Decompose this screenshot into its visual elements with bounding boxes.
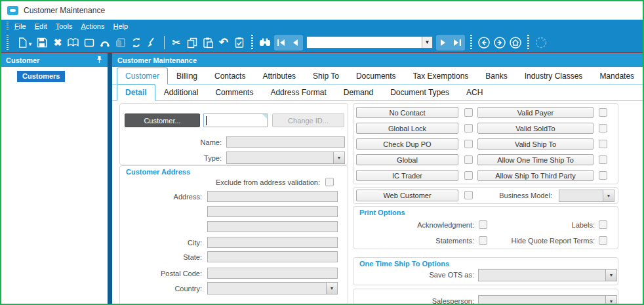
flag-checkbox[interactable] (599, 124, 607, 132)
flag-checkbox[interactable] (599, 108, 607, 117)
salesperson-label: Salesperson: (353, 297, 474, 304)
flag-checkbox[interactable] (464, 155, 473, 164)
menu-item[interactable]: Help (113, 22, 129, 30)
address-line1-field[interactable] (207, 191, 338, 202)
flag-checkbox[interactable] (464, 171, 473, 180)
tab[interactable]: Billing (168, 68, 206, 84)
state-field[interactable] (207, 251, 338, 262)
web-customer-checkbox[interactable] (464, 191, 473, 199)
subtab[interactable]: Detail (117, 84, 155, 101)
menu-item[interactable]: Edit (35, 22, 47, 30)
flag-checkbox[interactable] (464, 140, 473, 148)
salesperson-dropdown[interactable]: ▼ (478, 295, 617, 304)
flag-button[interactable]: Valid Ship To (477, 138, 594, 150)
new-dropdown-icon[interactable]: ▼ (28, 41, 33, 47)
menu-item[interactable]: File (14, 22, 26, 30)
subtab[interactable]: Document Types (382, 84, 458, 100)
copy-icon[interactable] (184, 35, 200, 51)
name-field[interactable] (226, 136, 345, 148)
flag-button[interactable]: Allow Ship To Third Party (477, 170, 594, 181)
flag-button[interactable]: IC Trader (356, 170, 458, 181)
exclude-validation-checkbox[interactable] (325, 178, 334, 186)
subtab[interactable]: ACH (458, 84, 491, 100)
phone-icon[interactable] (97, 35, 113, 51)
sync-icon[interactable] (533, 35, 549, 51)
record-search-input[interactable] (307, 37, 422, 48)
customer-lookup-button[interactable]: Customer... (125, 113, 200, 127)
nav-next-icon[interactable] (437, 35, 451, 50)
toolbar-separator (251, 35, 253, 51)
flag-button[interactable]: Global (356, 154, 458, 165)
app-icon (7, 6, 18, 15)
sidebar-item-customers[interactable]: Customers (17, 71, 65, 82)
refresh-icon[interactable] (129, 35, 144, 51)
flag-checkbox[interactable] (599, 155, 607, 164)
tab[interactable]: Ship To (304, 68, 348, 84)
menu-item[interactable]: Tools (56, 22, 73, 30)
toolbar-grip-handle[interactable] (7, 35, 9, 50)
flag-checkbox[interactable] (599, 140, 607, 148)
record-combobox[interactable]: ▼ (306, 36, 433, 49)
combobox-dropdown-icon[interactable]: ▼ (422, 37, 432, 48)
delete-icon[interactable]: ✖ (50, 35, 66, 51)
subtab[interactable]: Comments (207, 84, 262, 100)
forward-icon[interactable] (492, 35, 508, 51)
business-model-dropdown[interactable]: ▼ (559, 190, 614, 202)
flag-button[interactable]: Check Dup PO (356, 138, 458, 150)
tab[interactable]: Industry Classes (516, 68, 592, 84)
pin-icon[interactable] (96, 55, 103, 65)
flag-button[interactable]: Valid Payer (477, 107, 594, 118)
tab[interactable]: Tax Exemptions (405, 68, 477, 84)
home-icon[interactable] (508, 35, 523, 51)
sidebar: Customers (1, 67, 108, 304)
customer-address-section-title: Customer Address (126, 168, 190, 176)
back-icon[interactable] (476, 35, 492, 51)
flag-checkbox[interactable] (464, 108, 473, 117)
hide-quote-report-terms-checkbox[interactable] (599, 236, 607, 245)
web-customer-button[interactable]: Web Customer (356, 190, 458, 201)
nav-previous-icon[interactable] (289, 35, 302, 50)
find-icon[interactable] (257, 35, 273, 51)
subtab[interactable]: Demand (335, 84, 382, 100)
tab[interactable]: Customer (117, 68, 168, 85)
attach-icon[interactable] (113, 35, 129, 51)
menu-item[interactable]: Actions (81, 22, 104, 30)
nav-last-icon[interactable] (451, 35, 464, 50)
undo-icon[interactable]: ↶ (216, 35, 231, 51)
city-field[interactable] (207, 237, 338, 248)
flag-checkbox[interactable] (599, 171, 607, 180)
one-time-ship-to-panel: One Time Ship To Options Save OTS as: ▼ (353, 257, 618, 285)
save-ots-as-dropdown[interactable]: ▼ (478, 269, 617, 281)
statements-checkbox[interactable] (479, 236, 487, 245)
memo-icon[interactable] (81, 35, 97, 51)
flag-button[interactable]: Allow One Time Ship To (477, 154, 594, 165)
subtab[interactable]: Additional (155, 84, 207, 100)
cut-icon[interactable]: ✂ (169, 35, 184, 51)
type-dropdown[interactable]: ▼ (226, 152, 345, 164)
browse-icon[interactable] (66, 35, 81, 51)
clear-icon[interactable] (144, 35, 160, 51)
acknowledgment-checkbox[interactable] (479, 220, 487, 229)
nav-first-icon[interactable] (275, 35, 289, 50)
checklist-icon[interactable] (231, 35, 247, 51)
postal-code-field[interactable] (207, 268, 338, 279)
save-icon[interactable] (34, 35, 50, 51)
flag-button[interactable]: Global Lock (356, 123, 458, 134)
flag-checkbox[interactable] (464, 124, 473, 132)
tab[interactable]: Mandates (591, 68, 643, 84)
tab[interactable]: Attributes (254, 68, 304, 84)
flag-button[interactable]: No Contact (356, 107, 458, 118)
tab[interactable]: Documents (348, 68, 405, 84)
menubar-grip-handle[interactable] (7, 22, 9, 30)
address-line2-field[interactable] (207, 206, 338, 217)
country-dropdown[interactable]: ▼ (207, 282, 338, 295)
tab[interactable]: Banks (477, 68, 515, 84)
customer-id-input[interactable] (203, 113, 268, 127)
labels-checkbox[interactable] (599, 220, 607, 229)
tab[interactable]: Contacts (206, 68, 254, 84)
subtab[interactable]: Address Format (262, 84, 334, 100)
splitter-handle[interactable] (108, 53, 112, 304)
flag-button[interactable]: Valid SoldTo (477, 123, 594, 134)
paste-icon[interactable] (200, 35, 216, 51)
address-line3-field[interactable] (207, 221, 338, 232)
